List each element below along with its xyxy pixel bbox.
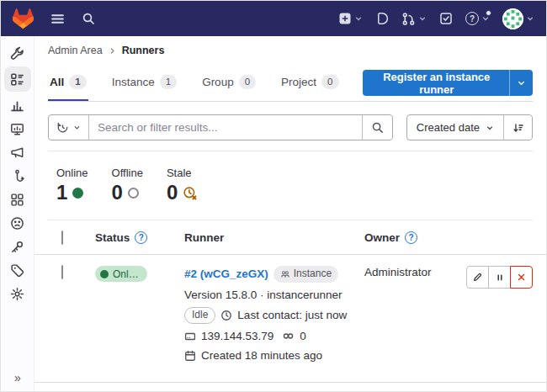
- help-question-icon: ?: [465, 12, 479, 25]
- chevron-down-icon: [509, 70, 533, 96]
- filter-history-button[interactable]: [49, 115, 89, 140]
- runner-table-row: Online #2 (wCG_zeGX) Instance Version 15…: [35, 255, 546, 383]
- admin-sidebar: »: [1, 36, 35, 391]
- runner-status-stats: Online 1 Offline 0 Stale 0: [35, 151, 546, 220]
- stat-online: Online 1: [56, 167, 88, 203]
- created-text: Created 18 minutes ago: [201, 348, 322, 363]
- sidebar-item-admin-area[interactable]: [4, 41, 31, 65]
- merge-request-icon: [401, 12, 416, 26]
- sidebar-item-analytics[interactable]: [4, 93, 31, 117]
- gitlab-logo[interactable]: [13, 8, 34, 29]
- help-menu-button[interactable]: ?: [465, 12, 490, 25]
- calendar-icon: [184, 350, 196, 362]
- runner-ip-text: 139.144.53.79: [201, 329, 274, 344]
- runners-table-header: Status ? Runner Owner ?: [35, 220, 546, 255]
- stat-offline: Offline 0: [112, 167, 143, 203]
- stat-offline-value: 0: [112, 183, 123, 203]
- users-icon: [280, 269, 290, 279]
- tab-group-count: 0: [239, 75, 256, 89]
- pause-icon: [495, 273, 505, 283]
- status-badge-label: Online: [113, 268, 141, 280]
- label-tag-icon: [10, 263, 24, 278]
- todo-list-icon[interactable]: [439, 12, 453, 25]
- sidebar-item-messages[interactable]: [4, 140, 31, 164]
- row-select-checkbox[interactable]: [61, 265, 63, 279]
- sad-face-icon: [10, 216, 24, 230]
- search-input[interactable]: [89, 115, 362, 140]
- tab-instance[interactable]: Instance 1: [110, 65, 178, 101]
- tab-group[interactable]: Group 0: [200, 65, 258, 101]
- sidebar-item-abuse-reports[interactable]: [4, 211, 31, 235]
- stat-stale-label: Stale: [167, 167, 197, 179]
- instance-badge-label: Instance: [294, 268, 332, 281]
- tab-all[interactable]: All 1: [48, 65, 88, 101]
- owner-link[interactable]: Administrator: [364, 266, 432, 278]
- owner-help-icon[interactable]: ?: [405, 231, 417, 244]
- edit-runner-button[interactable]: [466, 266, 489, 289]
- search-icon[interactable]: [82, 12, 95, 25]
- register-instance-runner-button[interactable]: Register an instance runner: [363, 70, 534, 96]
- offline-status-icon: [128, 188, 139, 199]
- sort-direction-button[interactable]: [504, 115, 532, 140]
- sidebar-item-settings[interactable]: [4, 282, 31, 305]
- hook-icon: [10, 169, 24, 183]
- status-help-icon[interactable]: ?: [135, 231, 147, 244]
- search-icon: [371, 121, 384, 134]
- chevron-down-icon: [354, 14, 363, 23]
- wrench-icon: [10, 46, 24, 61]
- search-submit-button[interactable]: [362, 115, 392, 140]
- online-status-icon: [72, 188, 83, 199]
- top-navigation-bar: ?: [1, 1, 546, 36]
- key-icon: [10, 240, 24, 254]
- issues-shortcut-icon[interactable]: [375, 12, 389, 25]
- breadcrumb-admin-area[interactable]: Admin Area: [48, 45, 103, 56]
- stat-online-label: Online: [56, 167, 88, 179]
- gear-icon: [10, 287, 24, 301]
- tab-project-label: Project: [281, 76, 316, 88]
- delete-runner-button[interactable]: [510, 266, 533, 289]
- sort-by-dropdown[interactable]: Created date: [407, 115, 504, 140]
- sidebar-item-applications[interactable]: [4, 188, 31, 211]
- chevron-down-icon: [486, 124, 494, 132]
- jobs-link-icon: [282, 330, 295, 342]
- tab-project[interactable]: Project 0: [279, 65, 340, 101]
- sidebar-item-overview[interactable]: [4, 66, 31, 92]
- pencil-icon: [472, 272, 483, 283]
- stat-online-value: 1: [56, 183, 67, 203]
- sort-by-label: Created date: [417, 121, 480, 134]
- filter-toolbar: Created date: [35, 102, 546, 151]
- hamburger-menu-icon[interactable]: [50, 12, 65, 26]
- sidebar-expand-button[interactable]: »: [1, 371, 35, 384]
- monitor-icon: [10, 122, 24, 136]
- chevron-down-icon: [418, 14, 427, 23]
- sidebar-item-monitoring[interactable]: [4, 117, 31, 140]
- sidebar-item-labels[interactable]: [4, 258, 31, 282]
- user-menu-button[interactable]: [502, 8, 534, 29]
- bar-chart-icon: [10, 98, 24, 113]
- new-menu-button[interactable]: [338, 12, 363, 25]
- tab-instance-label: Instance: [112, 76, 155, 88]
- status-badge: Online: [95, 266, 147, 282]
- applications-grid-icon: [10, 193, 24, 207]
- online-dot-icon: [100, 270, 109, 278]
- breadcrumb-runners: Runners: [122, 45, 165, 56]
- sort-descending-icon: [512, 122, 524, 134]
- tab-project-count: 0: [321, 75, 338, 89]
- sidebar-item-system-hooks[interactable]: [4, 164, 31, 188]
- merge-requests-menu-button[interactable]: [401, 12, 427, 26]
- notification-dot: [486, 10, 491, 16]
- runner-name-link[interactable]: #2 (wCG_zeGX): [184, 267, 268, 282]
- gitlab-admin-runners-page: ?: [0, 0, 547, 392]
- register-button-label: Register an instance runner: [373, 71, 510, 96]
- select-all-checkbox[interactable]: [61, 230, 63, 245]
- stale-clock-icon: [183, 186, 197, 200]
- tab-group-label: Group: [202, 76, 234, 88]
- pause-runner-button[interactable]: [488, 266, 511, 289]
- tab-all-count: 1: [69, 75, 86, 89]
- runner-type-tabs: All 1 Instance 1 Group 0 Project 0 Regis…: [48, 65, 533, 102]
- avatar: [502, 8, 523, 29]
- history-icon: [56, 121, 69, 134]
- sort-control: Created date: [406, 114, 533, 140]
- main-content: Admin Area Runners All 1 Instance 1 Grou…: [35, 36, 546, 391]
- sidebar-item-deploy-keys[interactable]: [4, 235, 31, 258]
